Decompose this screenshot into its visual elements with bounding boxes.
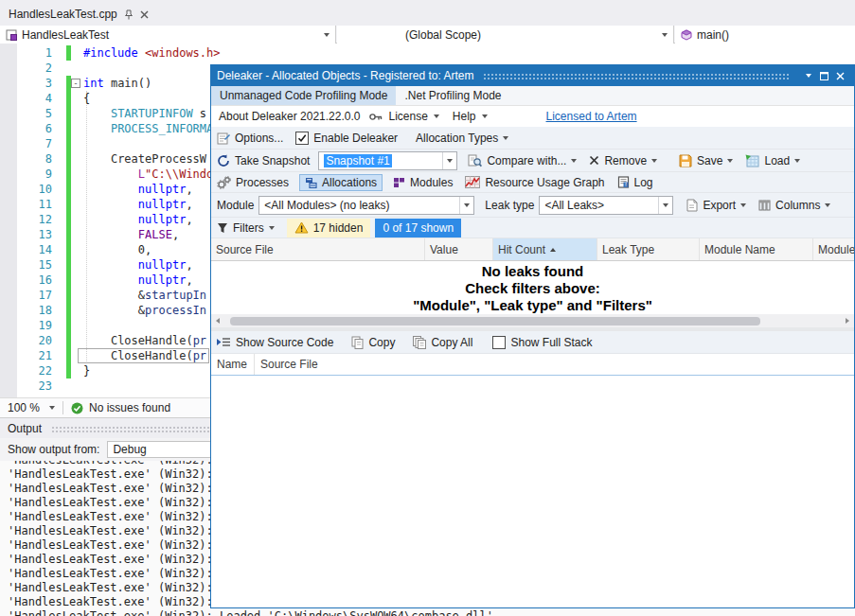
export-button[interactable]: Export [703, 199, 736, 212]
chevron-down-icon [662, 33, 668, 37]
module-filter-bar: Module <All Modules> (no leaks) Leak typ… [211, 193, 854, 218]
compare-with-button[interactable]: Compare with... [487, 154, 566, 167]
modules-view-button[interactable]: Modules [410, 176, 453, 189]
snapshot-dropdown[interactable]: Snapshot #1 [318, 151, 457, 170]
take-snapshot-button[interactable]: Take Snapshot [235, 154, 310, 167]
line-number: 13 [17, 227, 52, 242]
options-button[interactable]: Options... [235, 132, 283, 145]
stack-header-name[interactable]: Name [211, 354, 255, 375]
code-text: } [83, 363, 90, 378]
grid-header-module-name[interactable]: Module Name [700, 238, 813, 260]
module-filter-dropdown[interactable]: <All Modules> (no leaks) [258, 196, 474, 215]
remove-button[interactable]: Remove [604, 154, 647, 167]
code-text: int main() [83, 76, 151, 91]
copy-all-button[interactable]: Copy All [431, 336, 472, 349]
license-menu-item[interactable]: License [388, 110, 427, 123]
code-text: CreateProcessW [83, 151, 206, 167]
grid-header-label: Value [430, 243, 458, 256]
deleaker-title-bar[interactable]: Deleaker - Allocated Objects - Registere… [211, 65, 854, 86]
scroll-right-icon[interactable] [841, 314, 854, 327]
grid-header-module[interactable]: Module [813, 238, 854, 260]
close-button[interactable] [832, 68, 848, 83]
take-snapshot-icon [217, 154, 230, 167]
horizontal-scrollbar[interactable] [211, 314, 854, 327]
allocations-view-button[interactable]: Allocations [299, 174, 383, 191]
tab-handlesleaktest-cpp[interactable]: HandlesLeakTest.cpp [0, 3, 157, 26]
allocations-view-label: Allocations [322, 176, 377, 189]
show-source-code-button[interactable]: Show Source Code [236, 336, 333, 349]
compare-icon [468, 154, 482, 167]
project-icon [6, 29, 17, 41]
scope-dropdown[interactable]: (Global Scope) [337, 26, 674, 44]
tab-unmanaged-mode[interactable]: Unmanaged Code Profiling Mode [211, 86, 396, 105]
chevron-down-icon [503, 136, 508, 140]
tab-dotnet-mode[interactable]: .Net Profiling Mode [396, 86, 509, 105]
line-number: 11 [17, 197, 52, 212]
grid-header-source-file[interactable]: Source File [211, 238, 425, 260]
title-grip-dots [483, 73, 791, 79]
stack-grid-body[interactable] [211, 376, 854, 607]
line-number: 21 [17, 348, 52, 363]
code-text: nullptr, [83, 273, 193, 288]
help-menu-item[interactable]: Help [453, 110, 476, 123]
member-dropdown-value: main() [697, 28, 849, 42]
enable-deleaker-checkbox[interactable] [295, 132, 309, 145]
pin-icon[interactable] [124, 9, 134, 20]
processes-view-button[interactable]: Processes [236, 176, 289, 189]
chevron-down-icon [324, 33, 330, 37]
sort-ascending-icon [550, 248, 556, 252]
copy-button[interactable]: Copy [368, 336, 395, 349]
chevron-down-icon[interactable] [459, 197, 473, 214]
project-dropdown[interactable]: HandlesLeakTest [0, 26, 336, 44]
show-full-stack-checkbox[interactable] [492, 336, 506, 349]
licensed-to-link[interactable]: Licensed to Artem [546, 110, 637, 123]
about-menu-item[interactable]: About Deleaker 2021.22.0.0 [219, 110, 360, 123]
code-text: #include <windows.h> [83, 45, 221, 61]
member-dropdown[interactable]: main() [675, 26, 855, 44]
scroll-left-icon[interactable] [211, 314, 224, 327]
stack-grid-header: Name Source File [211, 354, 854, 376]
line-number: 23 [17, 378, 52, 394]
code-text: &processIn [83, 303, 206, 318]
show-full-stack-label[interactable]: Show Full Stack [510, 336, 592, 349]
chevron-down-icon[interactable] [442, 152, 456, 169]
close-icon[interactable] [140, 10, 149, 19]
profiling-mode-tabs: Unmanaged Code Profiling Mode .Net Profi… [211, 86, 854, 106]
output-panel-title: Output [8, 422, 42, 435]
window-menu-button[interactable] [800, 68, 816, 83]
chevron-down-icon[interactable] [49, 406, 55, 410]
columns-button[interactable]: Columns [775, 199, 820, 212]
log-view-button[interactable]: Log [634, 176, 653, 189]
leak-type-dropdown[interactable]: <All Leaks> [539, 196, 673, 215]
views-toolbar: Processes Allocations Modules Resource U… [211, 172, 854, 193]
grid-header-hit-count[interactable]: Hit Count [493, 238, 597, 260]
grid-header-value[interactable]: Value [425, 238, 493, 260]
scrollbar-thumb[interactable] [230, 317, 760, 326]
line-number: 14 [17, 242, 52, 257]
scope-dropdown-value: (Global Scope) [405, 28, 657, 42]
grid-header-leak-type[interactable]: Leak Type [597, 238, 700, 260]
load-button[interactable]: Load [764, 154, 790, 167]
maximize-button[interactable] [816, 68, 832, 83]
chevron-down-icon [434, 114, 439, 118]
copy-all-icon [413, 336, 426, 349]
filters-button[interactable]: Filters [233, 221, 264, 235]
stack-header-source-file[interactable]: Source File [255, 354, 854, 375]
hidden-count-text: 17 hidden [313, 221, 364, 235]
enable-deleaker-label[interactable]: Enable Deleaker [313, 132, 398, 145]
allocations-grid-header: Source FileValueHit CountLeak TypeModule… [211, 238, 854, 261]
line-number: 2 [17, 61, 52, 76]
deleaker-title: Deleaker - Allocated Objects - Registere… [217, 69, 473, 82]
code-text: CloseHandle(pr [83, 333, 206, 348]
filters-row: Filters 17 hidden 0 of 17 shown [211, 218, 854, 238]
chevron-down-icon[interactable] [658, 197, 672, 214]
line-number: 4 [17, 91, 52, 106]
key-icon [369, 113, 383, 121]
line-number: 10 [17, 182, 52, 197]
zoom-level-dropdown[interactable]: 100 % [0, 401, 49, 414]
resource-graph-view-button[interactable]: Resource Usage Graph [485, 176, 604, 189]
save-button[interactable]: Save [697, 154, 722, 167]
remove-x-icon [589, 155, 599, 166]
allocation-types-button[interactable]: Allocation Types [416, 132, 498, 145]
code-line[interactable]: 1#include <windows.h> [0, 45, 855, 61]
